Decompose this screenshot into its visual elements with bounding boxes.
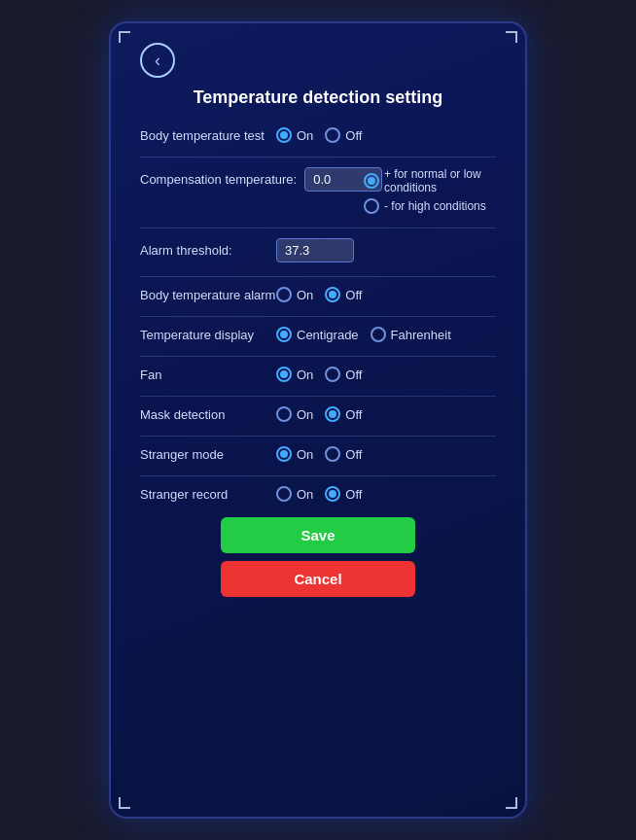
divider-1 [140,157,496,158]
body-temp-test-on[interactable]: On [276,127,313,143]
compensation-temp-label: Compensation temperature: [140,172,297,187]
corner-tr [506,31,517,43]
back-button[interactable]: ‹ [140,43,175,78]
stranger-mode-row: Stranger mode On Off [140,446,496,462]
stranger-mode-label: Stranger mode [140,447,276,462]
divider-5 [140,356,496,357]
radio-off-circle [325,127,340,143]
mask-off-circle [325,406,340,422]
stranger-record-off-circle [325,486,340,502]
comp-minus-circle [364,198,379,214]
page-title: Temperature detection setting [140,88,496,108]
comp-minus-option[interactable]: - for high conditions [364,198,496,214]
comp-plus-option[interactable]: + for normal or low conditions [364,167,496,194]
alarm-threshold-row: Alarm threshold: [140,238,496,262]
mask-detection-label: Mask detection [140,407,276,422]
temp-display-options: Centigrade Fahrenheit [276,327,451,342]
fan-off[interactable]: Off [325,367,362,382]
fan-on[interactable]: On [276,367,313,382]
fan-options: On Off [276,367,362,382]
alarm-on-circle [276,287,292,302]
divider-7 [140,436,496,437]
stranger-mode-on[interactable]: On [276,446,313,462]
mask-detection-row: Mask detection On Off [140,406,496,422]
divider-2 [140,228,496,228]
body-temp-test-label: Body temperature test [140,128,276,143]
stranger-record-options: On Off [276,486,362,502]
mask-on[interactable]: On [276,406,313,422]
alarm-threshold-label: Alarm threshold: [140,243,276,258]
stranger-mode-off[interactable]: Off [325,446,362,462]
temp-display-centigrade[interactable]: Centigrade [276,327,359,342]
divider-3 [140,276,496,277]
compensation-right: + for normal or low conditions - for hig… [364,167,496,214]
comp-plus-circle [364,173,379,189]
compensation-left: Compensation temperature: [140,167,364,192]
stranger-record-on[interactable]: On [276,486,313,502]
corner-bl [119,797,130,809]
divider-6 [140,396,496,397]
cancel-button[interactable]: Cancel [221,561,415,597]
fan-on-circle [276,367,292,382]
save-button[interactable]: Save [221,517,415,553]
fan-label: Fan [140,368,276,382]
alarm-threshold-input[interactable] [276,238,354,262]
stranger-mode-off-circle [325,446,340,462]
mask-off[interactable]: Off [325,406,362,422]
stranger-record-on-circle [276,486,292,502]
stranger-record-row: Stranger record On Off [140,486,496,502]
body-temp-test-off[interactable]: Off [325,127,362,143]
temp-display-fahrenheit[interactable]: Fahrenheit [371,327,451,342]
body-temp-alarm-row: Body temperature alarm On Off [140,287,496,302]
temp-display-label: Temperature display [140,328,276,342]
fan-row: Fan On Off [140,367,496,382]
body-temp-test-options: On Off [276,127,362,143]
divider-8 [140,475,496,476]
stranger-record-label: Stranger record [140,487,276,502]
corner-br [506,797,517,809]
screen: ‹ Temperature detection setting Body tem… [109,21,527,819]
fan-off-circle [325,367,340,382]
body-temp-alarm-label: Body temperature alarm [140,288,276,302]
temp-display-row: Temperature display Centigrade Fahrenhei… [140,327,496,342]
body-temp-alarm-options: On Off [276,287,362,302]
stranger-mode-options: On Off [276,446,362,462]
body-temp-alarm-off[interactable]: Off [325,287,362,302]
stranger-mode-on-circle [276,446,292,462]
body-temp-test-row: Body temperature test On Off [140,127,496,143]
radio-on-circle [276,127,292,143]
corner-tl [119,31,130,43]
mask-detection-options: On Off [276,406,362,422]
compensation-temp-row: Compensation temperature: + for normal o… [140,167,496,214]
body-temp-alarm-on[interactable]: On [276,287,313,302]
alarm-off-circle [325,287,340,302]
centigrade-circle [276,327,292,342]
mask-on-circle [276,406,292,422]
divider-4 [140,316,496,317]
stranger-record-off[interactable]: Off [325,486,362,502]
fahrenheit-circle [371,327,386,342]
